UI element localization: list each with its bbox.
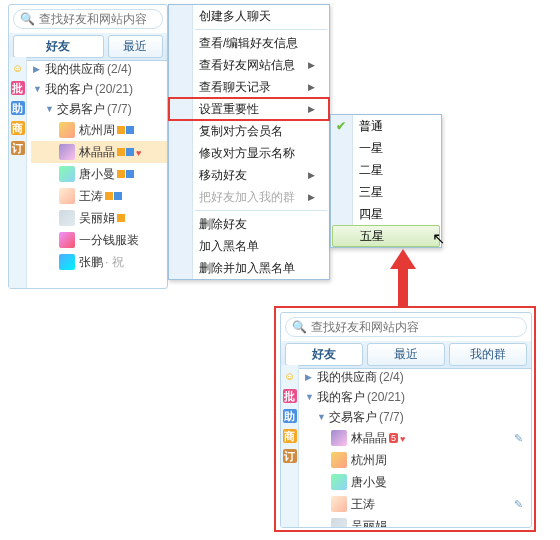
mark-icon bbox=[126, 170, 134, 178]
expand-icon: ▶ bbox=[33, 64, 43, 74]
submenu-two-star[interactable]: 二星 bbox=[331, 159, 441, 181]
contact-row[interactable]: 林晶晶5✎ bbox=[303, 427, 531, 449]
contact-row[interactable]: 杭州周 bbox=[303, 449, 531, 471]
menu-move-friend[interactable]: 移动好友▶ bbox=[169, 164, 329, 186]
group-count: (2/4) bbox=[379, 370, 404, 384]
menu-label: 修改对方显示名称 bbox=[199, 145, 295, 162]
avatar bbox=[59, 122, 75, 138]
importance-submenu: ✔普通 一星 二星 三星 四星 五星↖ bbox=[330, 114, 442, 248]
collapse-icon: ▼ bbox=[33, 84, 43, 94]
contact-name: 吴丽娟 bbox=[351, 518, 387, 528]
cat-icon-pink[interactable]: 批 bbox=[11, 81, 25, 95]
contact-tree: ▶ 我的供应商 (2/4) ▼ 我的客户 (20/21) ▼ 交易客户 (7/7… bbox=[299, 365, 531, 527]
edit-icon[interactable]: ✎ bbox=[514, 498, 523, 511]
group-customers[interactable]: ▼ 我的客户 (20/21) bbox=[31, 79, 167, 99]
menu-separator bbox=[195, 210, 327, 211]
menu-set-importance[interactable]: 设置重要性▶ bbox=[169, 98, 329, 120]
submenu-five-star[interactable]: 五星↖ bbox=[332, 225, 440, 247]
contact-row[interactable]: 王涛✎ bbox=[303, 493, 531, 515]
menu-label: 设置重要性 bbox=[199, 101, 259, 118]
menu-view-site-info[interactable]: 查看好友网站信息▶ bbox=[169, 54, 329, 76]
group-suppliers[interactable]: ▶ 我的供应商 (2/4) bbox=[31, 59, 167, 79]
annotation-arrow bbox=[390, 249, 416, 307]
contact-name: 王涛 bbox=[351, 496, 375, 513]
menu-view-edit-info[interactable]: 查看/编辑好友信息 bbox=[169, 32, 329, 54]
contact-row[interactable]: 吴丽娟 bbox=[303, 515, 531, 527]
submenu-arrow-icon: ▶ bbox=[308, 170, 315, 180]
cat-icon-brown[interactable]: 订 bbox=[283, 449, 297, 463]
contact-name: 王涛 bbox=[79, 188, 103, 205]
tab-recent[interactable]: 最近 bbox=[108, 35, 163, 58]
tab-friends[interactable]: 好友 bbox=[285, 343, 363, 366]
group-deals[interactable]: ▼ 交易客户 (7/7) bbox=[303, 407, 531, 427]
contact-row[interactable]: 王涛 bbox=[31, 185, 167, 207]
menu-label: 删除好友 bbox=[199, 216, 247, 233]
group-count: (2/4) bbox=[107, 62, 132, 76]
contact-name: 张鹏 bbox=[79, 254, 103, 271]
search-box[interactable]: 🔍 bbox=[13, 9, 163, 29]
smile-icon[interactable]: ☺ bbox=[11, 61, 25, 75]
menu-label: 查看/编辑好友信息 bbox=[199, 35, 298, 52]
menu-label: 把好友加入我的群 bbox=[199, 189, 295, 206]
search-box[interactable]: 🔍 bbox=[285, 317, 527, 337]
cat-icon-orange[interactable]: 商 bbox=[11, 121, 25, 135]
contact-name: 杭州周 bbox=[351, 452, 387, 469]
contact-row[interactable]: 杭州周 bbox=[31, 119, 167, 141]
cat-icon-blue[interactable]: 助 bbox=[11, 101, 25, 115]
menu-delete-friend[interactable]: 删除好友 bbox=[169, 213, 329, 235]
avatar bbox=[331, 452, 347, 468]
group-suppliers[interactable]: ▶ 我的供应商 (2/4) bbox=[303, 367, 531, 387]
group-deals[interactable]: ▼ 交易客户 (7/7) bbox=[31, 99, 167, 119]
category-sidebar: ☺ 批 助 商 订 bbox=[281, 365, 299, 527]
avatar bbox=[59, 254, 75, 270]
avatar bbox=[331, 496, 347, 512]
collapse-icon: ▼ bbox=[317, 412, 327, 422]
cat-icon-blue[interactable]: 助 bbox=[283, 409, 297, 423]
menu-add-to-my-group: 把好友加入我的群▶ bbox=[169, 186, 329, 208]
menu-edit-display-name[interactable]: 修改对方显示名称 bbox=[169, 142, 329, 164]
avatar bbox=[59, 232, 75, 248]
submenu-three-star[interactable]: 三星 bbox=[331, 181, 441, 203]
contact-row[interactable]: 一分钱服装 bbox=[31, 229, 167, 251]
contact-row-selected[interactable]: 林晶晶 bbox=[31, 141, 167, 163]
tab-groups[interactable]: 我的群 bbox=[449, 343, 527, 366]
submenu-normal[interactable]: ✔普通 bbox=[331, 115, 441, 137]
contact-row[interactable]: 唐小曼 bbox=[303, 471, 531, 493]
contact-name: 唐小曼 bbox=[79, 166, 115, 183]
menu-create-group-chat[interactable]: 创建多人聊天 bbox=[169, 5, 329, 27]
menu-label: 移动好友 bbox=[199, 167, 247, 184]
search-input[interactable] bbox=[39, 12, 156, 26]
friends-panel-before: 🔍 好友 最近 ☺ 批 助 商 订 ▶ 我的供应商 (2/4) ▼ 我的客户 (… bbox=[8, 4, 168, 289]
submenu-one-star[interactable]: 一星 bbox=[331, 137, 441, 159]
tab-friends[interactable]: 好友 bbox=[13, 35, 104, 58]
smile-icon[interactable]: ☺ bbox=[283, 369, 297, 383]
group-count: (20/21) bbox=[95, 82, 133, 96]
group-customers[interactable]: ▼ 我的客户 (20/21) bbox=[303, 387, 531, 407]
group-label: 交易客户 bbox=[329, 409, 377, 426]
menu-copy-member-name[interactable]: 复制对方会员名 bbox=[169, 120, 329, 142]
menu-add-blacklist[interactable]: 加入黑名单 bbox=[169, 235, 329, 257]
menu-separator bbox=[195, 29, 327, 30]
edit-icon[interactable]: ✎ bbox=[514, 432, 523, 445]
contact-row[interactable]: 唐小曼 bbox=[31, 163, 167, 185]
submenu-four-star[interactable]: 四星 bbox=[331, 203, 441, 225]
cat-icon-pink[interactable]: 批 bbox=[283, 389, 297, 403]
contact-row[interactable]: 张鹏· 祝 bbox=[31, 251, 167, 273]
contact-row[interactable]: 吴丽娟 bbox=[31, 207, 167, 229]
contact-name: 唐小曼 bbox=[351, 474, 387, 491]
mark-icon bbox=[117, 126, 125, 134]
search-input[interactable] bbox=[311, 320, 520, 334]
cat-icon-orange[interactable]: 商 bbox=[283, 429, 297, 443]
menu-label: 查看好友网站信息 bbox=[199, 57, 295, 74]
collapse-icon: ▼ bbox=[305, 392, 315, 402]
friends-panel-after: 🔍 好友 最近 我的群 ☺ 批 助 商 订 ▶ 我的供应商 (2/4) ▼ 我的… bbox=[280, 312, 532, 528]
category-sidebar: ☺ 批 助 商 订 bbox=[9, 57, 27, 288]
mark-icon bbox=[126, 148, 134, 156]
cat-icon-brown[interactable]: 订 bbox=[11, 141, 25, 155]
menu-view-chat-log[interactable]: 查看聊天记录▶ bbox=[169, 76, 329, 98]
submenu-arrow-icon: ▶ bbox=[308, 60, 315, 70]
menu-delete-add-blacklist[interactable]: 删除并加入黑名单 bbox=[169, 257, 329, 279]
tab-recent[interactable]: 最近 bbox=[367, 343, 445, 366]
group-count: (7/7) bbox=[107, 102, 132, 116]
search-icon: 🔍 bbox=[20, 12, 35, 26]
